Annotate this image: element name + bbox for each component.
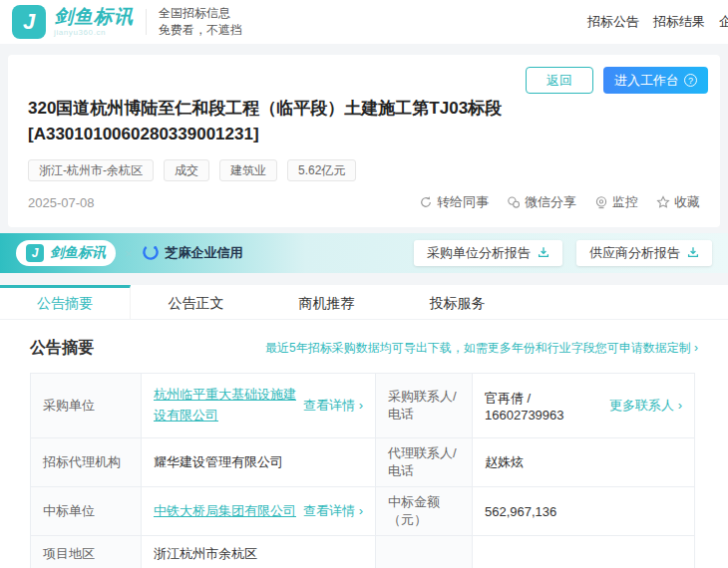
tab-opportunities[interactable]: 商机推荐 xyxy=(261,285,392,319)
notice-actions: 转给同事 微信分享 监控 收藏 xyxy=(419,193,700,211)
download-icon xyxy=(687,246,699,261)
meta-row: 2025-07-08 转给同事 微信分享 监控 收藏 xyxy=(28,193,700,211)
export-notice-text: 最近5年招标采购数据均可导出下载，如需更多年份和行业字段您可申请数据定制 xyxy=(265,341,691,355)
wechat-share-label: 微信分享 xyxy=(525,193,576,211)
notice-title-line1: 320国道杭州博陆至仁和段工程（临平段）土建施工第TJ03标段 xyxy=(28,96,626,122)
nav-item-tender-announcements[interactable]: 招标公告 xyxy=(587,13,639,31)
tagline-line2: 免费看，不遮挡 xyxy=(159,22,242,39)
view-detail-label: 查看详情 xyxy=(303,503,355,518)
purchaser-contact-label: 采购联系人/电话 xyxy=(375,374,472,437)
monitor-action[interactable]: 监控 xyxy=(594,193,638,211)
winner-value: 中铁大桥局集团有限公司 查看详情 › xyxy=(141,487,375,535)
jianyu-logo-icon[interactable]: J xyxy=(12,5,46,39)
zhima-partner-label: 芝麻企业信用 xyxy=(166,244,243,262)
table-row-winner: 中标单位 中铁大桥局集团有限公司 查看详情 › 中标金额（元） 562,967,… xyxy=(31,486,694,535)
zhima-logo-icon xyxy=(142,243,160,264)
download-icon xyxy=(538,246,549,261)
winner-company-link[interactable]: 中铁大桥局集团有限公司 xyxy=(154,501,296,522)
wechat-icon xyxy=(507,195,521,209)
star-icon xyxy=(656,195,670,209)
purchaser-view-detail-link[interactable]: 查看详情 › xyxy=(303,397,363,415)
forward-icon xyxy=(419,195,433,209)
card-buttons: 返回 进入工作台 ? xyxy=(20,67,708,94)
chevron-right-icon: › xyxy=(694,341,698,355)
award-amount-label: 中标金额（元） xyxy=(375,487,472,535)
section-head: 公告摘要 最近5年招标采购数据均可导出下载，如需更多年份和行业字段您可申请数据定… xyxy=(30,338,698,359)
winner-label: 中标单位 xyxy=(31,487,141,535)
header-nav: 招标公告 招标结果 企 xyxy=(587,13,728,31)
project-region-value: 浙江杭州市余杭区 xyxy=(141,536,375,568)
purchaser-contact-value: 官再倩 / 16602739963 更多联系人 › xyxy=(472,374,694,437)
report-buttons: 采购单位分析报告 供应商分析报告 xyxy=(414,240,712,266)
supplier-report-button[interactable]: 供应商分析报告 xyxy=(576,240,712,266)
forward-label: 转给同事 xyxy=(437,193,489,211)
agency-value: 耀华建设管理有限公司 xyxy=(141,438,375,486)
empty-value-cell xyxy=(472,536,694,568)
amount-tag: 5.62亿元 xyxy=(287,159,356,181)
zhima-partner: 芝麻企业信用 xyxy=(142,243,243,264)
header-divider xyxy=(146,9,147,35)
project-region-label: 项目地区 xyxy=(31,536,141,568)
region-tag: 浙江-杭州市-余杭区 xyxy=(28,159,154,181)
winner-view-detail-link[interactable]: 查看详情 › xyxy=(303,502,363,520)
purchaser-contact-text: 官再倩 / 16602739963 xyxy=(485,390,609,423)
table-row-region: 项目地区 浙江杭州市余杭区 xyxy=(31,535,694,568)
supplier-report-label: 供应商分析报告 xyxy=(589,244,680,262)
status-tag: 成交 xyxy=(164,159,209,181)
badge-brand-name: 剑鱼标讯 xyxy=(50,244,106,262)
forward-to-colleague-action[interactable]: 转给同事 xyxy=(419,193,489,211)
chevron-right-icon: › xyxy=(359,398,363,413)
tab-row: 公告摘要 公告正文 商机推荐 投标服务 xyxy=(0,285,728,320)
agency-contact-value: 赵姝炫 xyxy=(472,438,694,486)
tagline-line1: 全国招标信息 xyxy=(159,5,242,22)
brand-domain: jianyu360.cn xyxy=(54,29,134,37)
tab-full-text[interactable]: 公告正文 xyxy=(131,285,261,319)
notice-card: 返回 进入工作台 ? 320国道杭州博陆至仁和段工程（临平段）土建施工第TJ03… xyxy=(8,55,720,227)
view-detail-label: 查看详情 xyxy=(303,398,355,413)
nav-item-clipped[interactable]: 企 xyxy=(719,13,728,31)
agency-contact-label: 代理联系人/电话 xyxy=(375,438,472,486)
tab-bidding-services[interactable]: 投标服务 xyxy=(392,285,523,319)
more-contacts-label: 更多联系人 xyxy=(609,398,674,413)
site-header: J 剑鱼标讯 jianyu360.cn 全国招标信息 免费看，不遮挡 招标公告 … xyxy=(0,0,728,44)
purchaser-company-link[interactable]: 杭州临平重大基础设施建设有限公司 xyxy=(154,385,303,426)
monitor-icon xyxy=(594,195,608,209)
brand-bar: J 剑鱼标讯 × 芝麻企业信用 采购单位分析报告 供应商分析报告 xyxy=(0,233,728,273)
brand-badge: J 剑鱼标讯 xyxy=(16,240,116,266)
data-export-link[interactable]: 最近5年招标采购数据均可导出下载，如需更多年份和行业字段您可申请数据定制 › xyxy=(265,340,698,357)
tag-row: 浙江-杭州市-余杭区 成交 建筑业 5.62亿元 xyxy=(28,159,700,181)
more-contacts-link[interactable]: 更多联系人 › xyxy=(609,397,682,415)
table-row-agency: 招标代理机构 耀华建设管理有限公司 代理联系人/电话 赵姝炫 xyxy=(31,437,694,486)
wechat-share-action[interactable]: 微信分享 xyxy=(507,193,576,211)
industry-tag: 建筑业 xyxy=(219,159,277,181)
brand-name: 剑鱼标讯 xyxy=(54,7,134,26)
brand-text[interactable]: 剑鱼标讯 jianyu360.cn xyxy=(54,7,134,37)
help-question-icon[interactable]: ? xyxy=(684,74,697,87)
times-separator: × xyxy=(125,246,133,261)
enter-workspace-button[interactable]: 进入工作台 ? xyxy=(603,67,708,94)
monitor-label: 监控 xyxy=(612,193,638,211)
section-title: 公告摘要 xyxy=(30,338,94,359)
notice-title-line2: [A3301010060280339001231] xyxy=(28,122,626,147)
publish-date: 2025-07-08 xyxy=(28,195,95,210)
favorite-label: 收藏 xyxy=(674,193,700,211)
purchaser-label: 采购单位 xyxy=(31,374,141,437)
top-band: 返回 进入工作台 ? 320国道杭州博陆至仁和段工程（临平段）土建施工第TJ03… xyxy=(0,44,728,233)
favorite-action[interactable]: 收藏 xyxy=(656,193,700,211)
summary-section: 公告摘要 最近5年招标采购数据均可导出下载，如需更多年份和行业字段您可申请数据定… xyxy=(0,320,728,568)
summary-table: 采购单位 杭州临平重大基础设施建设有限公司 查看详情 › 采购联系人/电话 官再… xyxy=(30,373,695,568)
nav-item-tender-results[interactable]: 招标结果 xyxy=(653,13,705,31)
purchaser-report-button[interactable]: 采购单位分析报告 xyxy=(414,240,562,266)
chevron-right-icon: › xyxy=(678,398,682,413)
table-row-purchaser: 采购单位 杭州临平重大基础设施建设有限公司 查看详情 › 采购联系人/电话 官再… xyxy=(31,374,694,437)
tab-summary[interactable]: 公告摘要 xyxy=(0,285,131,319)
back-button[interactable]: 返回 xyxy=(526,67,593,94)
gray-gap xyxy=(0,273,728,285)
notice-title: 320国道杭州博陆至仁和段工程（临平段）土建施工第TJ03标段 [A330101… xyxy=(28,96,626,146)
purchaser-report-label: 采购单位分析报告 xyxy=(427,244,531,262)
enter-workspace-label: 进入工作台 xyxy=(614,72,679,90)
empty-label-cell xyxy=(375,536,472,568)
award-amount-value: 562,967,136 xyxy=(472,487,694,535)
chevron-right-icon: › xyxy=(359,503,363,518)
jianyu-mini-logo-icon: J xyxy=(26,244,44,262)
